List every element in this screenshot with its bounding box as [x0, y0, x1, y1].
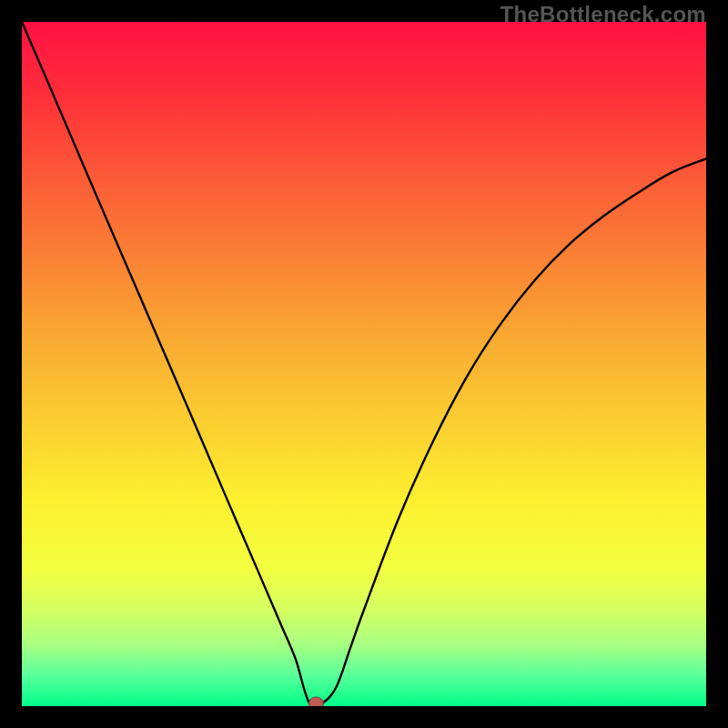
chart-frame: TheBottleneck.com [0, 0, 728, 728]
gradient-background [22, 22, 706, 706]
bottleneck-chart-svg [22, 22, 706, 706]
watermark-text: TheBottleneck.com [500, 2, 706, 27]
plot-area [22, 22, 706, 706]
optimal-point-marker [308, 697, 323, 706]
